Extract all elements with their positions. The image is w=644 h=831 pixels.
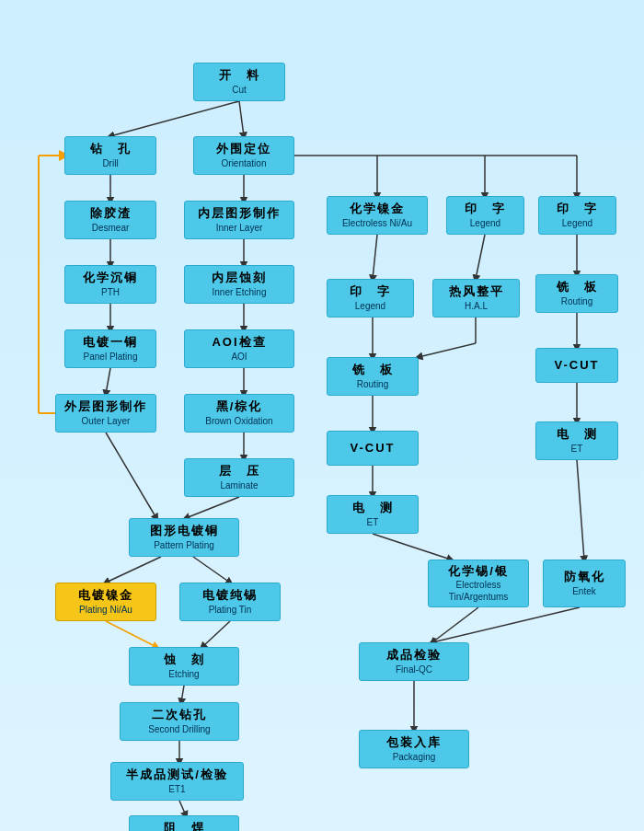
box-cn-platingniuau: 电镀镍金 xyxy=(78,588,133,604)
box-laminate: 层 压Laminate xyxy=(184,458,294,497)
box-cn-cut: 开 料 xyxy=(219,68,260,84)
box-elecniuau: 化学镍金Electroless Ni/Au xyxy=(327,196,428,235)
box-legend2: 印 字Legend xyxy=(538,196,616,235)
box-cn-seconddrill: 二次钻孔 xyxy=(152,708,207,723)
box-cn-finalqc: 成品检验 xyxy=(386,648,442,664)
box-legend1: 印 字Legend xyxy=(446,196,524,235)
svg-line-17 xyxy=(181,686,184,702)
box-cn-hal: 热风整平 xyxy=(449,284,504,300)
flowchart: 开 料Cut钻 孔Drill外围定位Orientation除胶渣Desmear内… xyxy=(9,17,635,817)
box-cn-aoi: AOI检查 xyxy=(212,335,266,351)
svg-line-13 xyxy=(106,557,161,583)
box-cn-legend2: 印 字 xyxy=(557,202,598,217)
box-packaging: 包装入库Packaging xyxy=(359,730,469,768)
box-en-legend2: Legend xyxy=(562,217,592,229)
box-electin: 化学锡/银Electroless Tin/Argentums xyxy=(428,560,529,607)
svg-line-37 xyxy=(373,534,451,560)
box-cn-laminate: 层 压 xyxy=(219,464,260,479)
svg-line-0 xyxy=(110,101,239,136)
box-cn-pth: 化学沉铜 xyxy=(83,271,138,286)
box-en-seconddrill: Second Drilling xyxy=(148,723,210,735)
box-etching: 蚀 刻Etching xyxy=(129,647,239,686)
box-pth: 化学沉铜PTH xyxy=(64,265,156,304)
box-en-finalqc: Final-QC xyxy=(396,664,432,675)
box-cn-routing2: 铣 板 xyxy=(557,280,598,295)
box-cn-et2: 电 测 xyxy=(352,501,394,516)
box-en-packaging: Packaging xyxy=(393,751,436,763)
box-en-brownox: Brown Oxidation xyxy=(205,415,272,427)
box-en-inneretching: Inner Etching xyxy=(213,286,267,298)
box-en-et2: ET xyxy=(367,516,379,528)
box-cn-routing1: 铣 板 xyxy=(352,363,394,378)
box-legend3: 印 字Legend xyxy=(327,279,414,317)
svg-line-27 xyxy=(476,235,485,279)
svg-line-34 xyxy=(577,460,584,560)
box-cn-elecniuau: 化学镍金 xyxy=(350,202,405,217)
box-en-pth: PTH xyxy=(101,286,120,298)
box-finalqc: 成品检验Final-QC xyxy=(359,642,469,681)
box-cn-legend3: 印 字 xyxy=(350,284,391,300)
box-cn-vcut2: V-CUT xyxy=(555,358,600,374)
svg-line-1 xyxy=(239,101,244,136)
svg-line-12 xyxy=(106,433,156,518)
box-en-platingtin: Plating Tin xyxy=(209,604,252,616)
box-cn-orientation: 外围定位 xyxy=(216,142,271,157)
box-cn-vcut1: V-CUT xyxy=(351,441,396,456)
box-en-desmear: Desmear xyxy=(92,222,130,234)
box-en-entek: Entek xyxy=(572,585,596,597)
box-cn-packaging: 包装入库 xyxy=(386,735,442,751)
box-routing1: 铣 板Routing xyxy=(327,357,419,396)
box-seconddrill: 二次钻孔Second Drilling xyxy=(120,702,239,741)
box-cn-patternplating: 图形电镀铜 xyxy=(150,524,219,539)
box-aoi: AOI检查AOI xyxy=(184,329,294,368)
svg-line-31 xyxy=(419,343,476,357)
box-panelplating: 电镀一铜Panel Plating xyxy=(64,329,156,368)
svg-line-11 xyxy=(186,497,239,518)
box-routing2: 铣 板Routing xyxy=(535,274,618,313)
box-cn-soldermask: 阻 焊 xyxy=(164,821,205,831)
box-cn-inneretching: 内层蚀刻 xyxy=(212,271,267,286)
page: 开 料Cut钻 孔Drill外围定位Orientation除胶渣Desmear内… xyxy=(0,0,644,831)
box-cn-innerlayer: 内层图形制作 xyxy=(198,206,281,222)
box-cut: 开 料Cut xyxy=(193,63,285,101)
box-cn-brownox: 黑/棕化 xyxy=(216,399,263,415)
box-cn-legend1: 印 字 xyxy=(465,202,506,217)
box-en-legend1: Legend xyxy=(470,217,500,229)
svg-line-39 xyxy=(432,607,580,642)
box-cn-drill: 钻 孔 xyxy=(90,142,132,157)
svg-line-26 xyxy=(373,235,377,279)
box-en-platingniuau: Plating Ni/Au xyxy=(79,604,132,616)
box-en-routing2: Routing xyxy=(561,295,592,307)
box-en-innerlayer: Inner Layer xyxy=(216,222,263,234)
box-en-aoi: AOI xyxy=(231,351,247,363)
box-en-elecniuau: Electroless Ni/Au xyxy=(342,217,412,229)
svg-line-15 xyxy=(106,621,156,647)
box-en-panelplating: Panel Plating xyxy=(84,351,138,363)
box-en-outerlayer: Outer Layer xyxy=(82,415,131,427)
svg-line-5 xyxy=(106,368,110,394)
box-platingtin: 电镀纯锡Plating Tin xyxy=(179,583,281,621)
box-soldermask: 阻 焊Solder Mask xyxy=(129,815,239,831)
box-cn-etching: 蚀 刻 xyxy=(164,652,205,668)
svg-line-16 xyxy=(202,621,230,647)
box-en-routing1: Routing xyxy=(357,378,388,390)
box-en-et1: ET1 xyxy=(168,783,185,795)
svg-line-14 xyxy=(193,557,230,583)
box-cn-panelplating: 电镀一铜 xyxy=(83,335,138,351)
box-en-drill: Drill xyxy=(102,157,118,169)
box-en-laminate: Laminate xyxy=(220,479,258,491)
box-hal: 热风整平H.A.L xyxy=(432,279,520,317)
box-desmear: 除胶渣Desmear xyxy=(64,201,156,239)
svg-line-38 xyxy=(432,607,478,642)
svg-line-19 xyxy=(179,801,186,815)
box-brownox: 黑/棕化Brown Oxidation xyxy=(184,394,294,433)
box-outerlayer: 外层图形制作Outer Layer xyxy=(55,394,156,433)
box-innerlayer: 内层图形制作Inner Layer xyxy=(184,201,294,239)
box-entek: 防氧化Entek xyxy=(543,560,626,607)
box-cn-electin: 化学锡/银 xyxy=(448,564,509,580)
box-en-cut: Cut xyxy=(232,84,247,96)
box-patternplating: 图形电镀铜Pattern Plating xyxy=(129,518,239,557)
box-cn-outerlayer: 外层图形制作 xyxy=(64,399,147,415)
box-cn-platingtin: 电镀纯锡 xyxy=(202,588,258,604)
box-platingniuau: 电镀镍金Plating Ni/Au xyxy=(55,583,156,621)
